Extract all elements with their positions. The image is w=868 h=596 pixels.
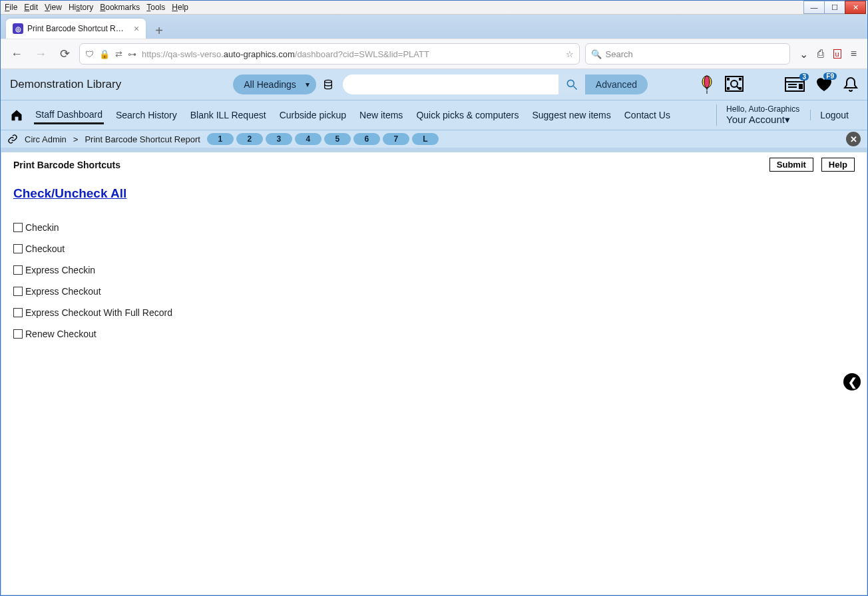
pager-2[interactable]: 2 bbox=[236, 133, 263, 145]
breadcrumb-row: Circ Admin > Print Barcode Shortcut Repo… bbox=[1, 130, 867, 148]
close-tab-icon[interactable]: × bbox=[134, 23, 139, 34]
catalog-search-input[interactable] bbox=[343, 74, 558, 94]
os-menu-help[interactable]: Help bbox=[172, 3, 188, 12]
url-prefix: https://qa-swls-verso. bbox=[142, 49, 224, 59]
nav-suggest[interactable]: Suggest new items bbox=[531, 107, 612, 123]
pocket-icon[interactable]: ⌄ bbox=[799, 48, 808, 61]
crumb-admin[interactable]: Circ Admin bbox=[25, 134, 67, 144]
checkbox-express-checkout[interactable] bbox=[13, 287, 23, 296]
checkbox-express-checkin[interactable] bbox=[13, 265, 23, 275]
advanced-search-button[interactable]: Advanced bbox=[585, 74, 648, 94]
advanced-label: Advanced bbox=[596, 79, 637, 90]
pager-4[interactable]: 4 bbox=[295, 133, 322, 145]
option-label: Express Checkin bbox=[25, 265, 95, 275]
checkbox-checkin[interactable] bbox=[13, 223, 23, 232]
pager-5[interactable]: 5 bbox=[324, 133, 351, 145]
star-icon[interactable]: ☆ bbox=[566, 49, 574, 59]
help-button[interactable]: Help bbox=[821, 158, 855, 172]
svg-point-11 bbox=[731, 80, 738, 87]
headings-label: All Headings bbox=[244, 79, 296, 90]
toolbar-icons: ⌄ ⎙ u ≡ bbox=[795, 48, 861, 61]
back-button[interactable]: ← bbox=[7, 45, 26, 63]
os-menu-bookmarks[interactable]: Bookmarks bbox=[100, 3, 140, 12]
main-nav: Staff Dashboard Search History Blank ILL… bbox=[1, 100, 867, 130]
chevron-down-icon: ▾ bbox=[785, 114, 790, 125]
svg-rect-7 bbox=[727, 78, 730, 80]
shield-icon: 🛡 bbox=[85, 49, 94, 59]
svg-point-0 bbox=[325, 80, 332, 82]
url-text: https://qa-swls-verso.auto-graphics.com/… bbox=[142, 49, 560, 59]
reload-button[interactable]: ⟳ bbox=[55, 45, 74, 63]
option-label: Express Checkout With Full Record bbox=[25, 307, 172, 318]
svg-rect-8 bbox=[739, 78, 742, 80]
account-box[interactable]: Hello, Auto-Graphics Your Account▾ bbox=[716, 104, 799, 126]
nav-contact[interactable]: Contact Us bbox=[623, 107, 672, 123]
side-back-button[interactable]: ❮ bbox=[843, 373, 861, 390]
option-row: Checkin bbox=[13, 222, 855, 233]
home-icon[interactable] bbox=[10, 108, 23, 122]
pager-3[interactable]: 3 bbox=[266, 133, 292, 145]
browser-tab[interactable]: ◎ Print Barcode Shortcut Report | × bbox=[6, 19, 146, 39]
option-row: Checkout bbox=[13, 243, 855, 254]
submit-button[interactable]: Submit bbox=[769, 158, 813, 172]
site-header: Demonstration Library All Headings ▾ Adv… bbox=[1, 69, 867, 100]
logout-link[interactable]: Logout bbox=[810, 110, 858, 120]
pager-last[interactable]: L bbox=[412, 133, 439, 145]
close-window-button[interactable]: ✕ bbox=[845, 1, 866, 14]
database-icon[interactable] bbox=[323, 79, 333, 90]
pager-6[interactable]: 6 bbox=[353, 133, 380, 145]
url-box[interactable]: 🛡 🔒 ⇄ ⊶ https://qa-swls-verso.auto-graph… bbox=[79, 43, 580, 65]
os-menu-edit[interactable]: Edit bbox=[24, 3, 38, 12]
film-search-icon[interactable] bbox=[725, 76, 744, 93]
search-placeholder: Search bbox=[606, 49, 633, 59]
browser-search-box[interactable]: 🔍 Search bbox=[585, 43, 790, 65]
nav-staff-dashboard[interactable]: Staff Dashboard bbox=[34, 106, 104, 124]
pager-7[interactable]: 7 bbox=[383, 133, 409, 145]
print-icon[interactable]: ⎙ bbox=[817, 48, 824, 60]
close-panel-button[interactable]: ✕ bbox=[846, 132, 861, 146]
option-row: Express Checkout bbox=[13, 286, 855, 297]
nav-blank-ill[interactable]: Blank ILL Request bbox=[189, 107, 268, 123]
svg-point-4 bbox=[704, 76, 710, 88]
headings-dropdown[interactable]: All Headings ▾ bbox=[233, 74, 316, 94]
os-menu-file[interactable]: File bbox=[5, 3, 17, 12]
option-row: Express Checkout With Full Record bbox=[13, 307, 855, 318]
minimize-button[interactable]: — bbox=[803, 1, 825, 14]
catalog-search-button[interactable] bbox=[558, 74, 585, 94]
checkbox-express-checkout-full[interactable] bbox=[13, 308, 23, 317]
nav-search-history[interactable]: Search History bbox=[114, 107, 178, 123]
content-header: Print Barcode Shortcuts Submit Help bbox=[1, 152, 867, 177]
os-menu-history[interactable]: History bbox=[69, 3, 93, 12]
svg-line-12 bbox=[737, 86, 740, 89]
news-badge: 3 bbox=[799, 73, 809, 80]
maximize-button[interactable]: ☐ bbox=[824, 1, 845, 14]
content-area: Print Barcode Shortcuts Submit Help Chec… bbox=[1, 152, 867, 595]
crumb-sep: > bbox=[73, 134, 79, 144]
favorites-badge: F9 bbox=[823, 73, 837, 80]
forward-button[interactable]: → bbox=[31, 45, 50, 63]
header-action-icons: 3 F9 bbox=[700, 75, 858, 94]
option-label: Express Checkout bbox=[25, 286, 101, 297]
os-menu-view[interactable]: View bbox=[45, 3, 62, 12]
check-uncheck-all-link[interactable]: Check/Uncheck All bbox=[13, 186, 126, 201]
option-row: Renew Checkout bbox=[13, 329, 855, 339]
nav-quick-picks[interactable]: Quick picks & computers bbox=[415, 107, 520, 123]
search-icon: 🔍 bbox=[591, 49, 602, 59]
svg-rect-9 bbox=[727, 87, 730, 90]
checkbox-checkout[interactable] bbox=[13, 244, 23, 253]
news-icon[interactable]: 3 bbox=[785, 77, 805, 92]
balloon-icon[interactable] bbox=[700, 75, 714, 94]
extension-icon[interactable]: u bbox=[833, 49, 841, 59]
pager-1[interactable]: 1 bbox=[207, 133, 234, 145]
new-tab-button[interactable]: + bbox=[150, 23, 168, 39]
os-menu-tools[interactable]: Tools bbox=[146, 3, 165, 12]
favorites-icon[interactable]: F9 bbox=[815, 76, 833, 92]
nav-curbside[interactable]: Curbside pickup bbox=[278, 107, 347, 123]
svg-rect-17 bbox=[799, 84, 803, 89]
checkbox-renew-checkout[interactable] bbox=[13, 329, 23, 339]
url-domain: auto-graphics.com bbox=[224, 49, 295, 59]
bell-icon[interactable] bbox=[843, 76, 858, 92]
tab-strip: ◎ Print Barcode Shortcut Report | × + bbox=[1, 15, 867, 39]
nav-new-items[interactable]: New items bbox=[358, 107, 404, 123]
hamburger-icon[interactable]: ≡ bbox=[851, 48, 857, 60]
